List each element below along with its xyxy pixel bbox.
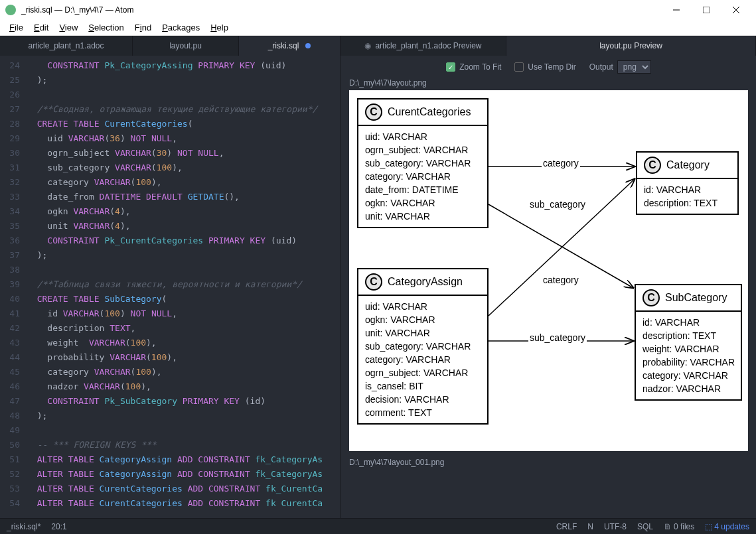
- class-icon: C: [643, 289, 660, 306]
- class-icon: C: [365, 273, 382, 291]
- menu-view[interactable]: View: [54, 21, 83, 34]
- menu-packages[interactable]: Packages: [157, 21, 205, 34]
- uml-title: CurentCategories: [388, 106, 471, 118]
- arrow-label-category: category: [542, 158, 580, 168]
- menu-help[interactable]: Help: [205, 21, 234, 34]
- preview-toolbar: ✓ Zoom To Fit Use Temp Dir Output png: [341, 56, 756, 78]
- close-button[interactable]: [721, 0, 751, 20]
- arrow-label-subcategory2: sub_category: [528, 332, 587, 343]
- main-split: 2425262728293031323334353637383940414243…: [0, 56, 756, 518]
- uml-body: id: VARCHAR description: TEXT: [637, 179, 737, 214]
- status-file[interactable]: _riski.sql*: [7, 522, 40, 531]
- arrow-label-category2: category: [542, 275, 580, 285]
- tab-label: layout.pu Preview: [599, 41, 662, 50]
- menu-selection[interactable]: Selection: [83, 21, 129, 34]
- tab-article-preview[interactable]: ◉article_plant_n1.adoc Preview: [340, 36, 506, 56]
- uml-curent-categories: CCurentCategories uid: VARCHAR ogrn_subj…: [357, 98, 489, 228]
- line-gutter: 2425262728293031323334353637383940414243…: [0, 56, 27, 518]
- uml-title: CategoryAssign: [388, 276, 463, 288]
- tab-bar: article_plant_n1.adoc layout.pu _riski.s…: [0, 36, 756, 56]
- tab-label: article_plant_n1.adoc: [28, 41, 104, 50]
- status-updates[interactable]: ⬚4 updates: [705, 522, 749, 531]
- status-position[interactable]: 20:1: [51, 522, 66, 531]
- preview-body[interactable]: D:\_my\4\7\layout.png category sub_categ…: [341, 78, 756, 518]
- preview-path-bottom: D:\_my\4\7\layout_001.png: [349, 458, 748, 467]
- temp-label: Use Temp Dir: [528, 62, 575, 72]
- menu-edit[interactable]: Edit: [29, 21, 54, 34]
- tab-layout-preview[interactable]: layout.pu Preview: [506, 36, 756, 56]
- titlebar: _riski.sql — D:\_my\4\7 — Atom: [0, 0, 756, 20]
- status-encoding[interactable]: UTF-8: [604, 522, 627, 531]
- use-temp-dir-checkbox[interactable]: Use Temp Dir: [514, 62, 575, 72]
- file-icon: 🗎: [664, 522, 672, 531]
- status-eol[interactable]: CRLF: [556, 522, 577, 531]
- output-label: Output: [589, 62, 613, 72]
- tab-label: _riski.sql: [268, 41, 299, 50]
- uml-category: CCategory id: VARCHAR description: TEXT: [636, 151, 739, 215]
- status-language[interactable]: SQL: [637, 522, 653, 531]
- preview-path-top: D:\_my\4\7\layout.png: [349, 78, 748, 88]
- output-select[interactable]: png: [617, 60, 651, 74]
- window-title: _riski.sql — D:\_my\4\7 — Atom: [21, 5, 661, 15]
- menu-file[interactable]: File: [4, 21, 29, 34]
- checkbox-unchecked-icon: [514, 62, 524, 72]
- tab-article[interactable]: article_plant_n1.adoc: [0, 36, 133, 56]
- uml-title: SubCategory: [665, 292, 727, 304]
- minimize-button[interactable]: [661, 0, 691, 20]
- menubar: File Edit View Selection Find Packages H…: [0, 20, 756, 36]
- output-select-group: Output png: [589, 60, 651, 74]
- tab-layout[interactable]: layout.pu: [133, 36, 239, 56]
- preview-icon: ◉: [364, 41, 371, 50]
- menu-find[interactable]: Find: [129, 21, 157, 34]
- uml-category-assign: CCategoryAssign uid: VARCHAR ogkn: VARCH…: [357, 268, 489, 425]
- status-indent[interactable]: N: [587, 522, 593, 531]
- uml-title: Category: [666, 159, 710, 171]
- zoom-label: Zoom To Fit: [459, 62, 501, 72]
- class-icon: C: [365, 103, 382, 121]
- status-bar: _riski.sql* 20:1 CRLF N UTF-8 SQL 🗎0 fil…: [0, 518, 756, 534]
- arrow-label-subcategory: sub_category: [528, 199, 587, 210]
- uml-diagram: category sub_category category sub_categ…: [349, 90, 748, 451]
- tab-label: article_plant_n1.adoc Preview: [375, 41, 481, 50]
- maximize-button[interactable]: [691, 0, 721, 20]
- svg-rect-0: [703, 7, 710, 13]
- status-files[interactable]: 🗎0 files: [664, 522, 694, 531]
- tab-label: layout.pu: [169, 41, 202, 50]
- editor-pane: 2425262728293031323334353637383940414243…: [0, 56, 340, 518]
- zoom-to-fit-checkbox[interactable]: ✓ Zoom To Fit: [446, 62, 501, 72]
- preview-pane: ✓ Zoom To Fit Use Temp Dir Output png D:…: [340, 56, 756, 518]
- package-icon: ⬚: [705, 522, 712, 531]
- tab-riski[interactable]: _riski.sql: [239, 36, 340, 56]
- uml-body: uid: VARCHAR ogrn_subject: VARCHAR sub_c…: [358, 126, 487, 227]
- uml-body: uid: VARCHAR ogkn: VARCHAR unit: VARCHAR…: [358, 296, 487, 423]
- modified-dot-icon: [305, 43, 311, 48]
- code-content[interactable]: CONSTRAINT Pk_CategoryAssing PRIMARY KEY…: [27, 56, 340, 518]
- code-area[interactable]: 2425262728293031323334353637383940414243…: [0, 56, 340, 518]
- uml-subcategory: CSubCategory id: VARCHAR description: TE…: [635, 284, 742, 401]
- class-icon: C: [644, 157, 661, 174]
- app-icon: [5, 5, 16, 15]
- uml-body: id: VARCHAR description: TEXT weight: VA…: [636, 312, 741, 399]
- checkbox-checked-icon: ✓: [446, 62, 455, 72]
